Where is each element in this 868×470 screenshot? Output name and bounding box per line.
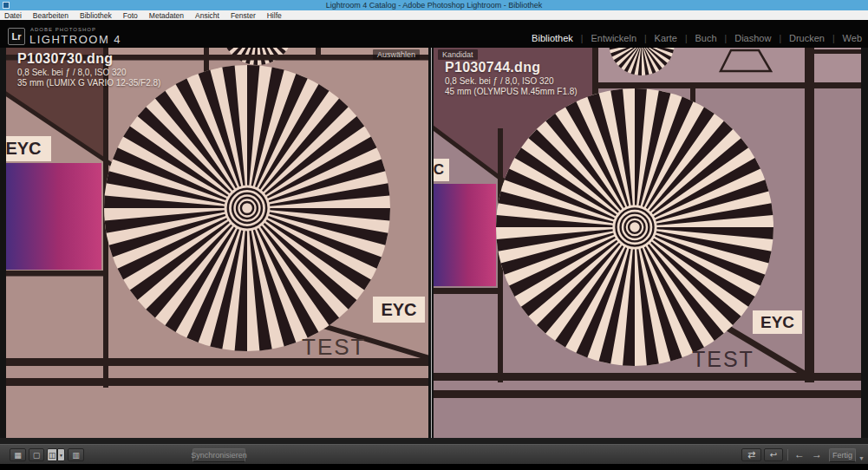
make-select-button[interactable]: ↩ (764, 448, 783, 461)
module-separator: | (581, 34, 584, 43)
chart-label-eyc-right: EYC (373, 297, 425, 323)
chart-label-eyc: EYC (753, 310, 802, 334)
menu-fenster[interactable]: Fenster (231, 11, 256, 20)
brand-lightroom-4: LIGHTROOM 4 (29, 33, 121, 46)
arrow-right-icon: → (812, 448, 822, 460)
menu-foto[interactable]: Foto (123, 11, 138, 20)
module-diashow[interactable]: Diashow (734, 33, 771, 43)
menu-datei[interactable]: Datei (4, 11, 22, 20)
module-buch[interactable]: Buch (695, 33, 717, 43)
survey-view-button[interactable]: ▥ (68, 448, 84, 461)
content-toolbar-gap (0, 438, 868, 444)
test-chart-select (6, 48, 428, 438)
chart-label-eyc-left: EYC (6, 136, 51, 161)
loupe-view-icon: ▢ (33, 451, 41, 460)
test-chart-candidate (434, 48, 861, 438)
filmstrip-collapsed[interactable] (0, 464, 868, 470)
grid-view-button[interactable]: ▦ (10, 448, 26, 461)
menu-hilfe[interactable]: Hilfe (267, 11, 282, 20)
title-bar: Lightroom 4 Catalog - Adobe Photoshop Li… (0, 0, 868, 10)
next-photo-button[interactable]: → (812, 448, 822, 461)
survey-view-icon: ▥ (72, 451, 80, 460)
module-picker: Bibliothek| Entwickeln| Karte| Buch| Dia… (532, 33, 862, 43)
module-separator: | (779, 34, 781, 43)
lightroom-logo: Lr (8, 28, 25, 45)
sync-button[interactable]: Synchronisieren (193, 448, 245, 462)
module-separator: | (685, 34, 688, 43)
done-dropdown-button[interactable]: ▼ (858, 452, 865, 465)
candidate-lens: 45 mm (OLYMPUS M.45mm F1.8) (445, 87, 578, 96)
loupe-view-button[interactable]: ▢ (29, 448, 44, 461)
candidate-photo-info: P1030744.dng 0,8 Sek. bei ƒ / 8,0, ISO 3… (445, 60, 578, 96)
module-separator: | (725, 34, 728, 43)
swap-select-candidate-button[interactable]: ⇄ (741, 448, 761, 461)
module-entwickeln[interactable]: Entwickeln (591, 33, 636, 43)
menu-metadaten[interactable]: Metadaten (149, 11, 184, 20)
chevron-down-icon: ▼ (858, 455, 865, 461)
compare-view: EYC EYC TEST Auswählen P1030730.dng 0,8 … (0, 48, 868, 444)
candidate-filename: P1030744.dng (445, 60, 578, 75)
window-title: Lightroom 4 Catalog - Adobe Photoshop Li… (0, 0, 868, 10)
module-separator: | (644, 34, 647, 43)
chart-label-test: TEST (302, 334, 366, 361)
menu-bibliothek[interactable]: Bibliothek (80, 11, 112, 20)
module-drucken[interactable]: Drucken (789, 33, 825, 43)
select-lens: 35 mm (LUMIX G VARIO 12-35/F2.8) (17, 78, 160, 88)
module-separator: | (832, 34, 835, 43)
candidate-exposure: 0,8 Sek. bei ƒ / 8,0, ISO 320 (445, 76, 578, 86)
module-header: Lr ADOBE PHOTOSHOP LIGHTROOM 4 Bibliothe… (0, 20, 868, 48)
compare-view-icon: ◫ (49, 451, 56, 460)
bottom-toolbar: ▦ ▢ ◫ ▼ ▥ Vergleichen: Zoom 1:1 Synchron… (0, 444, 868, 464)
select-photo-info: P1030730.dng 0,8 Sek. bei ƒ / 8,0, ISO 3… (17, 51, 160, 88)
previous-photo-button[interactable]: ← (794, 448, 805, 461)
toolbar-separator (787, 449, 788, 460)
module-karte[interactable]: Karte (655, 33, 677, 43)
menu-ansicht[interactable]: Ansicht (195, 11, 219, 20)
menu-bearbeiten[interactable]: Bearbeiten (33, 11, 69, 20)
swap-icon: ⇄ (747, 449, 755, 460)
compare-view-dropdown[interactable]: ▼ (57, 448, 65, 461)
arrow-left-icon: ← (794, 448, 805, 460)
select-badge: Auswählen (373, 49, 420, 60)
module-bibliothek[interactable]: Bibliothek (532, 33, 573, 43)
select-photo-pane[interactable]: EYC EYC TEST Auswählen P1030730.dng 0,8 … (6, 48, 428, 438)
candidate-badge: Kandidat (438, 49, 478, 60)
brand-adobe-photoshop: ADOBE PHOTOSHOP (30, 27, 96, 32)
lightroom-window: Lightroom 4 Catalog - Adobe Photoshop Li… (0, 0, 868, 470)
done-button[interactable]: Fertig (829, 448, 856, 462)
chart-label-c-partial: C (434, 159, 449, 181)
chart-label-test: TEST (692, 347, 754, 372)
grid-view-icon: ▦ (14, 451, 22, 460)
promote-icon: ↩ (770, 450, 777, 460)
module-web[interactable]: Web (843, 33, 862, 43)
pane-divider[interactable] (431, 48, 432, 438)
candidate-photo-pane[interactable]: C EYC TEST Kandidat P1030744.dng 0,8 Sek… (434, 48, 861, 438)
select-filename: P1030730.dng (17, 51, 160, 67)
select-exposure: 0,8 Sek. bei ƒ / 8,0, ISO 320 (17, 68, 160, 77)
menu-bar: Datei Bearbeiten Bibliothek Foto Metadat… (0, 10, 868, 20)
compare-view-button[interactable]: ◫ (47, 448, 57, 461)
chevron-down-icon: ▼ (59, 453, 63, 458)
